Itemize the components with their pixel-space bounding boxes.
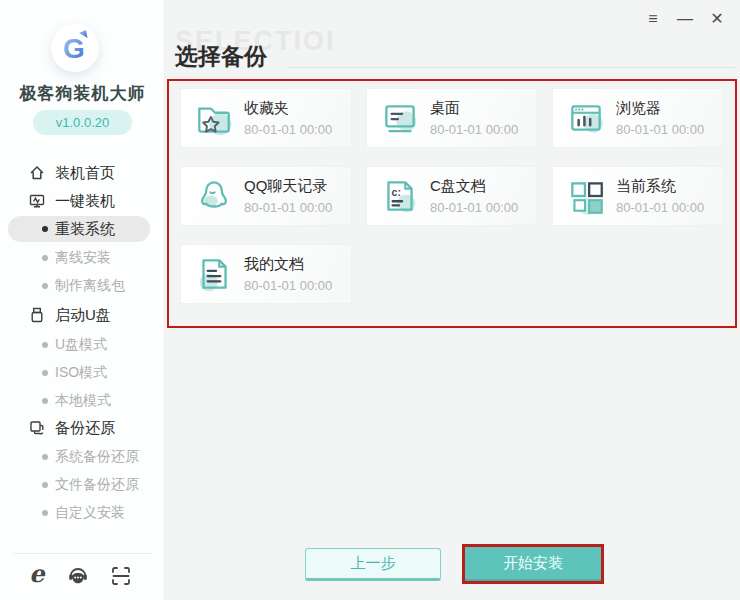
bullet-icon [42, 226, 48, 232]
card-date: 80-01-01 00:00 [430, 122, 518, 137]
current-system-icon [565, 175, 607, 217]
card-date: 80-01-01 00:00 [430, 200, 518, 215]
card-date: 80-01-01 00:00 [244, 200, 332, 215]
sidebar-item-one-key-install[interactable]: 一键装机 [0, 190, 165, 212]
bullet-icon [42, 510, 48, 516]
sidebar-item-iso-mode[interactable]: ISO模式 [0, 362, 165, 384]
usb-drive-icon [29, 307, 45, 323]
backup-restore-icon [29, 420, 45, 436]
backup-card-c-drive-documents[interactable]: c: C盘文档 80-01-01 00:00 [366, 166, 538, 226]
title-divider [288, 67, 735, 68]
card-title: QQ聊天记录 [244, 177, 332, 196]
bullet-icon [42, 283, 48, 289]
sidebar-item-custom-install[interactable]: 自定义安装 [0, 502, 165, 524]
home-icon [29, 165, 45, 181]
sidebar-item-home[interactable]: 装机首页 [0, 162, 165, 184]
card-title: 收藏夹 [244, 99, 332, 118]
card-title: 桌面 [430, 99, 518, 118]
backup-card-desktop[interactable]: 桌面 80-01-01 00:00 [366, 88, 538, 148]
backup-card-qq-chat-history[interactable]: QQ聊天记录 80-01-01 00:00 [180, 166, 352, 226]
bullet-icon [42, 342, 48, 348]
app-logo: G [51, 24, 99, 72]
card-title: C盘文档 [430, 177, 518, 196]
dog-g-logo-icon: G [51, 24, 99, 72]
page-title: 选择备份 [175, 41, 267, 72]
card-date: 80-01-01 00:00 [616, 122, 704, 137]
folder-star-icon [193, 97, 235, 139]
c-drive-document-icon: c: [379, 175, 421, 217]
bullet-icon [42, 370, 48, 376]
sidebar: G 极客狗装机大师 v1.0.0.20 装机首页 一键装机 重装系统 [0, 0, 165, 600]
browser-icon [565, 97, 607, 139]
sidebar-item-offline-install[interactable]: 离线安装 [0, 247, 165, 269]
window-controls: ≡ — ✕ [644, 10, 726, 28]
bullet-icon [42, 454, 48, 460]
backup-card-current-system[interactable]: 当前系统 80-01-01 00:00 [552, 166, 724, 226]
card-title: 当前系统 [616, 177, 704, 196]
bullet-icon [42, 398, 48, 404]
close-icon[interactable]: ✕ [708, 10, 726, 28]
sidebar-footer-divider [13, 553, 152, 554]
minimize-icon[interactable]: — [676, 10, 694, 28]
app-window: G 极客狗装机大师 v1.0.0.20 装机首页 一键装机 重装系统 [0, 0, 740, 600]
card-date: 80-01-01 00:00 [244, 122, 332, 137]
backup-card-browser[interactable]: 浏览器 80-01-01 00:00 [552, 88, 724, 148]
backup-card-my-documents[interactable]: 我的文档 80-01-01 00:00 [180, 244, 352, 304]
version-badge: v1.0.0.20 [33, 110, 132, 135]
app-name: 极客狗装机大师 [0, 82, 165, 105]
previous-step-button[interactable]: 上一步 [305, 548, 441, 581]
card-date: 80-01-01 00:00 [244, 278, 332, 293]
bullet-icon [42, 255, 48, 261]
customer-service-icon[interactable] [66, 564, 90, 588]
ie-browser-icon[interactable]: e [24, 560, 50, 586]
my-documents-icon [193, 253, 235, 295]
sidebar-item-local-mode[interactable]: 本地模式 [0, 390, 165, 412]
qq-penguin-icon [193, 175, 235, 217]
card-title: 我的文档 [244, 255, 332, 274]
svg-text:G: G [63, 33, 85, 64]
sidebar-item-backup-restore[interactable]: 备份还原 [0, 417, 165, 439]
desktop-icon [379, 97, 421, 139]
sidebar-item-system-backup-restore[interactable]: 系统备份还原 [0, 446, 165, 468]
sidebar-item-boot-usb[interactable]: 启动U盘 [0, 304, 165, 326]
svg-text:c:: c: [392, 186, 401, 198]
sidebar-item-file-backup-restore[interactable]: 文件备份还原 [0, 474, 165, 496]
monitor-icon [29, 193, 45, 209]
sidebar-item-reinstall-system[interactable]: 重装系统 [8, 216, 150, 242]
start-install-highlight-annotation: 开始安装 [462, 544, 604, 584]
bullet-icon [42, 482, 48, 488]
card-date: 80-01-01 00:00 [616, 200, 704, 215]
window-menu-icon[interactable]: ≡ [644, 10, 662, 28]
backup-card-favorites[interactable]: 收藏夹 80-01-01 00:00 [180, 88, 352, 148]
qr-scan-icon[interactable] [110, 565, 132, 587]
main-content: ≡ — ✕ SELECTIOI 选择备份 收藏夹 80-01-01 00:00 [165, 0, 740, 600]
sidebar-item-make-offline-package[interactable]: 制作离线包 [0, 275, 165, 297]
start-install-button[interactable]: 开始安装 [465, 547, 601, 581]
sidebar-item-usb-mode[interactable]: U盘模式 [0, 334, 165, 356]
card-title: 浏览器 [616, 99, 704, 118]
